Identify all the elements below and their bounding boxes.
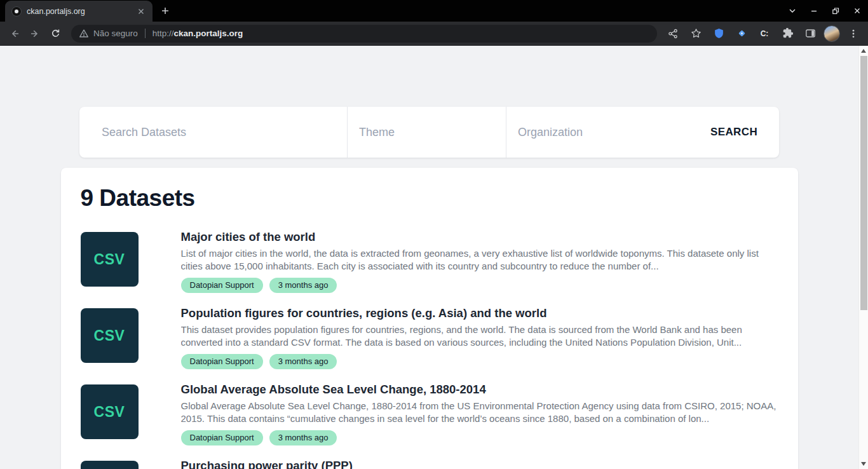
dataset-title-link[interactable]: Population figures for countries, region… (181, 306, 778, 320)
search-card: SEARCH (79, 107, 779, 158)
dataset-title-link[interactable]: Global Average Absolute Sea Level Change… (181, 382, 778, 397)
share-button[interactable] (663, 24, 682, 43)
url-scheme: http:// (153, 29, 174, 38)
tab-close-button[interactable] (136, 6, 146, 17)
dataset-title-link[interactable]: Major cities of the world (181, 229, 778, 244)
dataset-description: Global Average Absolute Sea Level Change… (181, 400, 778, 425)
shield-extension-icon[interactable] (709, 24, 728, 43)
csv-format-badge[interactable]: CSV (81, 461, 139, 469)
side-panel-button[interactable] (801, 24, 820, 43)
forward-button[interactable] (25, 24, 44, 43)
close-window-button[interactable] (846, 0, 868, 22)
page-content: SEARCH 9 Datasets CSV Major cities of th… (0, 46, 858, 469)
dataset-list-item: CSV Population figures for countries, re… (81, 306, 778, 369)
organization-input[interactable] (506, 107, 689, 158)
dataset-description: List of major cities in the world, the d… (181, 247, 778, 273)
new-tab-button[interactable] (156, 2, 174, 20)
time-tag-badge: 3 months ago (269, 430, 337, 445)
page-scrollbar[interactable] (858, 46, 868, 469)
csv-format-badge[interactable]: CSV (81, 308, 139, 363)
security-label: Não seguro (93, 29, 138, 38)
reload-button[interactable] (46, 24, 65, 43)
browser-tab[interactable]: ckan.portaljs.org (5, 1, 153, 22)
dataset-tags: Datopian Support 3 months ago (181, 278, 778, 293)
dataset-tags: Datopian Support 3 months ago (181, 430, 778, 445)
page-viewport: SEARCH 9 Datasets CSV Major cities of th… (0, 46, 868, 469)
colorzilla-extension-icon[interactable]: C: (755, 24, 774, 43)
scroll-down-arrow-icon[interactable] (861, 462, 866, 466)
minimize-button[interactable] (803, 0, 825, 22)
org-tag-badge[interactable]: Datopian Support (181, 278, 263, 293)
bookmark-star-button[interactable] (686, 24, 705, 43)
profile-avatar[interactable] (824, 25, 840, 42)
dataset-list-item: CSV Purchasing power parity (PPP) (81, 458, 778, 469)
kebab-menu-button[interactable] (844, 24, 863, 43)
theme-input[interactable] (348, 107, 506, 158)
results-count-heading: 9 Datasets (81, 184, 778, 212)
csv-format-badge[interactable]: CSV (81, 232, 139, 287)
scroll-up-arrow-icon[interactable] (861, 49, 866, 53)
scrollbar-thumb[interactable] (860, 56, 867, 310)
dataset-title-link[interactable]: Purchasing power parity (PPP) (181, 458, 778, 469)
org-tag-badge[interactable]: Datopian Support (181, 354, 263, 369)
search-button[interactable]: SEARCH (689, 107, 779, 158)
org-tag-badge[interactable]: Datopian Support (181, 430, 263, 445)
not-secure-warning-icon (79, 29, 89, 39)
pen-extension-icon[interactable] (732, 24, 751, 43)
back-button[interactable] (5, 24, 24, 43)
time-tag-badge: 3 months ago (269, 278, 337, 293)
url-text: http://ckan.portaljs.org (153, 29, 243, 38)
dataset-search-input[interactable] (79, 107, 348, 158)
omnibox-divider (145, 29, 146, 38)
browser-tab-bar: ckan.portaljs.org (0, 0, 868, 22)
results-card: 9 Datasets CSV Major cities of the world… (61, 168, 798, 469)
browser-toolbar: Não seguro http://ckan.portaljs.org C: (0, 22, 868, 46)
extensions-puzzle-button[interactable] (778, 24, 797, 43)
site-favicon-icon (11, 6, 22, 17)
dataset-description: This dataset provides population figures… (181, 323, 778, 349)
time-tag-badge: 3 months ago (269, 354, 337, 369)
dataset-tags: Datopian Support 3 months ago (181, 354, 778, 369)
dataset-list-item: CSV Global Average Absolute Sea Level Ch… (81, 382, 778, 445)
tab-search-chevron-button[interactable] (782, 0, 803, 22)
tab-title: ckan.portaljs.org (27, 7, 131, 16)
csv-format-badge[interactable]: CSV (81, 384, 139, 439)
dataset-list-item: CSV Major cities of the world List of ma… (81, 229, 778, 293)
restore-window-button[interactable] (825, 0, 846, 22)
address-bar[interactable]: Não seguro http://ckan.portaljs.org (71, 25, 657, 43)
url-host: ckan.portaljs.org (174, 29, 243, 38)
